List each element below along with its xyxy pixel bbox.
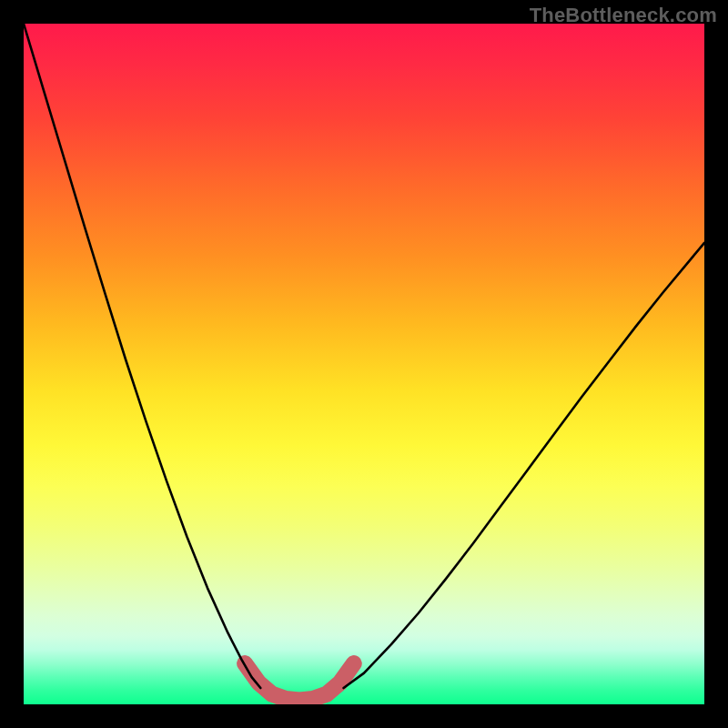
right-branch-curve (344, 243, 704, 688)
chart-frame: TheBottleneck.com (0, 0, 728, 728)
curve-layer (24, 24, 704, 704)
watermark-text: TheBottleneck.com (530, 4, 717, 27)
left-branch-curve (24, 24, 260, 688)
valley-highlight (245, 663, 354, 700)
plot-area (24, 24, 704, 704)
